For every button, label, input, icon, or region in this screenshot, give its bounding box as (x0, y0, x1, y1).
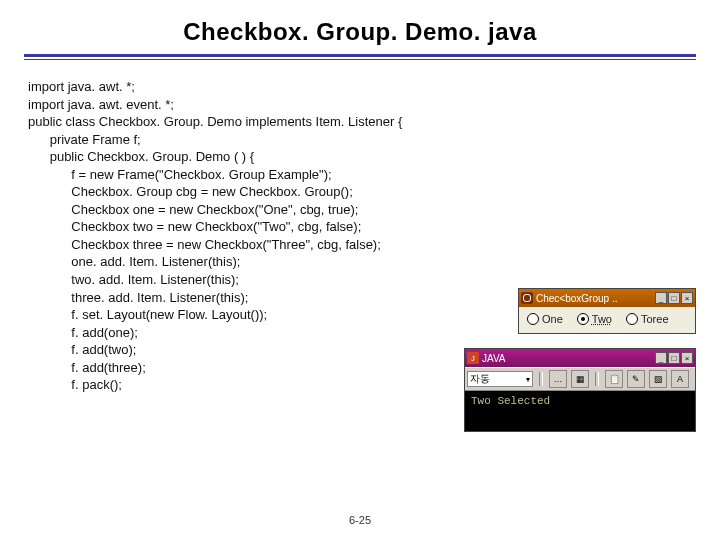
toolbar-button-5[interactable]: ▧ (649, 370, 667, 388)
radio-dot-icon (527, 313, 539, 325)
radio-two[interactable]: Two (577, 313, 612, 325)
code-listing: import java. awt. *; import java. awt. e… (28, 78, 720, 394)
java-cup-icon: J (467, 352, 479, 364)
radio-dot-icon (577, 313, 589, 325)
console-toolbar: 자동 ▾ … ▦ 📋 ✎ ▧ A (465, 367, 695, 391)
toolbar-select-label: 자동 (470, 372, 490, 386)
titlebar-console[interactable]: J JAVA _ □ × (465, 349, 695, 367)
toolbar-separator (539, 372, 543, 386)
window-java-console: J JAVA _ □ × 자동 ▾ … ▦ 📋 ✎ ▧ A Two Select… (464, 348, 696, 432)
radio-label: Toree (641, 313, 669, 325)
radio-dot-icon (626, 313, 638, 325)
checkbox-group-body: One Two Toree (519, 307, 695, 333)
minimize-button[interactable]: _ (655, 292, 667, 304)
toolbar-button-1[interactable]: … (549, 370, 567, 388)
window-title-text: JAVA (482, 353, 506, 364)
maximize-button[interactable]: □ (668, 292, 680, 304)
toolbar-button-6[interactable]: A (671, 370, 689, 388)
titlebar-checkbox[interactable]: Chec<boxGroup .. _ □ × (519, 289, 695, 307)
chevron-down-icon: ▾ (526, 375, 530, 384)
maximize-button[interactable]: □ (668, 352, 680, 364)
toolbar-button-2[interactable]: ▦ (571, 370, 589, 388)
console-output: Two Selected (465, 391, 695, 431)
toolbar-button-4[interactable]: ✎ (627, 370, 645, 388)
page-number: 6-25 (0, 514, 720, 526)
radio-one[interactable]: One (527, 313, 563, 325)
window-title-text: Chec<boxGroup .. (536, 293, 617, 304)
close-button[interactable]: × (681, 352, 693, 364)
toolbar-select[interactable]: 자동 ▾ (467, 371, 533, 387)
radio-label: One (542, 313, 563, 325)
toolbar-button-3[interactable]: 📋 (605, 370, 623, 388)
radio-three[interactable]: Toree (626, 313, 669, 325)
java-coffee-icon (521, 292, 533, 304)
radio-label: Two (592, 313, 612, 325)
title-divider (24, 54, 696, 60)
window-checkbox-group: Chec<boxGroup .. _ □ × One Two Toree (518, 288, 696, 334)
toolbar-separator (595, 372, 599, 386)
slide-title: Checkbox. Group. Demo. java (0, 18, 720, 46)
minimize-button[interactable]: _ (655, 352, 667, 364)
close-button[interactable]: × (681, 292, 693, 304)
